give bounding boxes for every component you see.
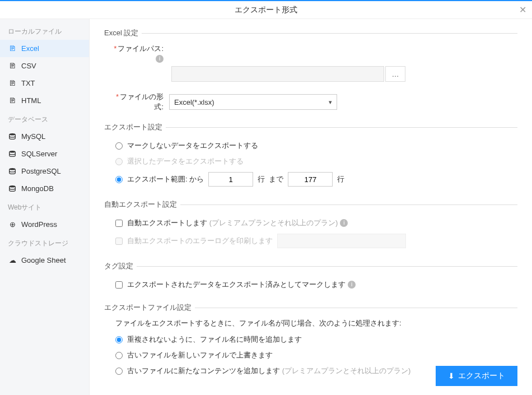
export-opt-selected: 選択したデータをエクスポートする bbox=[104, 154, 517, 169]
sidebar-item-mongodb[interactable]: MongoDB bbox=[0, 180, 89, 197]
sidebar-item-googlesheet[interactable]: ☁Google Sheet bbox=[0, 252, 89, 269]
file-icon: 🖹 bbox=[8, 44, 17, 53]
export-opt-unmarked[interactable]: マークしないデータをエクスポートする bbox=[104, 138, 517, 154]
log-path-input bbox=[277, 234, 406, 248]
sidebar-item-label: Excel bbox=[21, 44, 39, 53]
section-export-file-settings: エクスポートファイル設定 bbox=[104, 303, 517, 313]
section-excel-settings: Excel 設定 bbox=[104, 28, 517, 38]
sidebar-item-label: Google Sheet bbox=[21, 256, 66, 264]
export-opt-range[interactable]: エクスポート範囲: から 行 まで 行 bbox=[104, 169, 517, 189]
section-auto-export: 自動エクスポート設定 bbox=[104, 199, 517, 210]
sidebar-item-csv[interactable]: 🖹CSV bbox=[0, 57, 89, 75]
browse-button[interactable]: … bbox=[385, 66, 405, 82]
info-icon[interactable]: i bbox=[340, 219, 348, 227]
sidebar-item-mysql[interactable]: MySQL bbox=[0, 128, 89, 145]
sidebar-item-txt[interactable]: 🖹TXT bbox=[0, 75, 89, 92]
file-opt-append-time[interactable]: 重複されないように、ファイル名に時間を追加します bbox=[104, 332, 517, 347]
svg-point-2 bbox=[10, 168, 16, 170]
sidebar-group-website: Webサイト bbox=[0, 197, 89, 216]
sidebar-item-label: PostgreSQL bbox=[21, 167, 61, 175]
database-icon bbox=[8, 150, 17, 158]
sidebar-group-database: データベース bbox=[0, 109, 89, 128]
file-path-label: *ファイルパス: i bbox=[110, 44, 164, 63]
close-icon[interactable]: ✕ bbox=[519, 4, 526, 15]
cloud-icon: ☁ bbox=[8, 256, 17, 264]
sidebar-item-label: MongoDB bbox=[21, 184, 54, 193]
auto-export-log-checkbox: 自動エクスポートのエラーログを印刷します bbox=[104, 231, 517, 251]
sidebar-item-label: HTML bbox=[21, 96, 41, 105]
mark-exported-checkbox[interactable]: エクスポートされたデータをエクスポート済みとしてマークします i bbox=[104, 277, 517, 292]
export-icon: ⬇ bbox=[448, 371, 455, 380]
sidebar-item-html[interactable]: 🖹HTML bbox=[0, 92, 89, 109]
info-icon[interactable]: i bbox=[156, 55, 164, 63]
file-icon: 🖹 bbox=[8, 62, 17, 70]
sidebar-item-label: CSV bbox=[21, 62, 36, 70]
file-handling-description: ファイルをエクスポートするときに、ファイル名が同じ場合、次のように処理されます: bbox=[104, 318, 517, 332]
sidebar-group-cloud: クラウドストレージ bbox=[0, 233, 89, 252]
range-to-input[interactable] bbox=[288, 172, 333, 187]
file-icon: 🖹 bbox=[8, 96, 17, 105]
section-tag-settings: タグ設定 bbox=[104, 261, 517, 271]
svg-point-1 bbox=[10, 150, 16, 152]
auto-export-checkbox[interactable]: 自動エクスポートします (プレミアムプランとそれ以上のプラン) i bbox=[104, 215, 517, 231]
sidebar-item-label: MySQL bbox=[21, 132, 45, 141]
sidebar: ローカルファイル 🖹Excel 🖹CSV 🖹TXT 🖹HTML データベース M… bbox=[0, 19, 90, 395]
file-icon: 🖹 bbox=[8, 79, 17, 87]
sidebar-item-label: SQLServer bbox=[21, 150, 57, 158]
svg-point-3 bbox=[10, 185, 16, 187]
file-format-label: *ファイルの形式: bbox=[110, 92, 164, 112]
sidebar-item-label: TXT bbox=[21, 79, 35, 87]
sidebar-group-local: ローカルファイル bbox=[0, 21, 89, 40]
file-opt-overwrite[interactable]: 古いファイルを新しいファイルで上書きます bbox=[104, 347, 517, 363]
database-icon bbox=[8, 185, 17, 193]
range-from-input[interactable] bbox=[208, 172, 253, 187]
sidebar-item-postgresql[interactable]: PostgreSQL bbox=[0, 162, 89, 180]
sidebar-item-label: WordPress bbox=[21, 220, 57, 229]
info-icon[interactable]: i bbox=[348, 281, 356, 289]
svg-point-0 bbox=[10, 133, 16, 135]
file-format-select[interactable]: Excel(*.xlsx) bbox=[169, 94, 337, 110]
file-path-input[interactable] bbox=[171, 66, 384, 82]
sidebar-item-sqlserver[interactable]: SQLServer bbox=[0, 145, 89, 162]
database-icon bbox=[8, 168, 17, 175]
globe-icon: ⊕ bbox=[8, 220, 17, 229]
titlebar: エクスポート形式 ✕ bbox=[0, 1, 532, 19]
section-export-settings: エクスポート設定 bbox=[104, 122, 517, 132]
sidebar-item-wordpress[interactable]: ⊕WordPress bbox=[0, 216, 89, 233]
export-button[interactable]: ⬇エクスポート bbox=[436, 366, 517, 386]
dialog-title: エクスポート形式 bbox=[235, 5, 297, 15]
main-panel: Excel 設定 *ファイルパス: i … *ファイルの形式: Excel(*.… bbox=[90, 19, 532, 395]
sidebar-item-excel[interactable]: 🖹Excel bbox=[0, 40, 89, 57]
database-icon bbox=[8, 133, 17, 141]
